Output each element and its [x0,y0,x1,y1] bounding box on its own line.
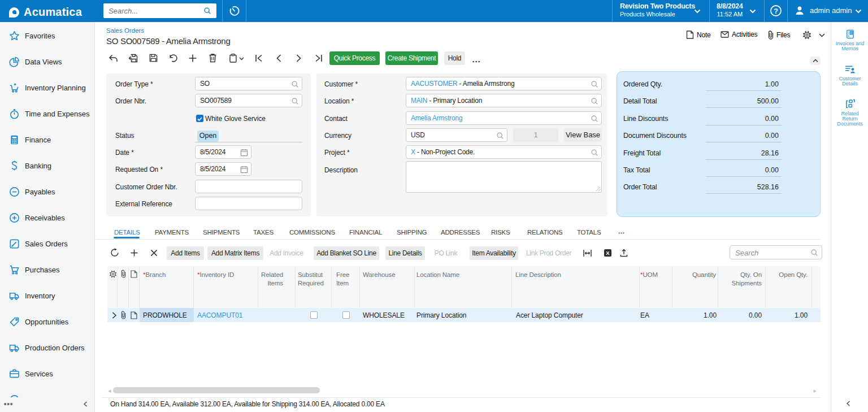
svg-text:?: ? [774,7,778,15]
svg-text:X: X [606,250,610,256]
